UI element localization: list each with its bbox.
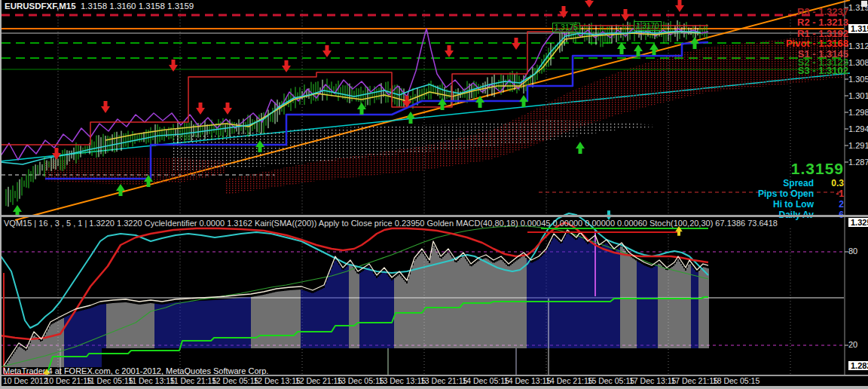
sell-arrow-icon bbox=[445, 45, 454, 57]
axis-price-label: 1.3015 bbox=[848, 91, 868, 100]
axis-price-label: 1.3085 bbox=[848, 58, 868, 67]
timestamp-label: 15 Dec 05:15 bbox=[588, 376, 634, 385]
current-price: 1.3159 bbox=[758, 160, 844, 178]
sell-arrow-icon bbox=[101, 101, 110, 113]
price-stat-row: Pips to Open-1 bbox=[758, 188, 844, 199]
axis-level-label: 80 bbox=[848, 247, 857, 256]
sell-arrow-icon bbox=[52, 148, 61, 160]
buy-arrow-icon bbox=[357, 103, 366, 115]
timestamp-label: 12 Dec 13:15 bbox=[253, 376, 300, 385]
timestamp-label: 13 Dec 05:15 bbox=[337, 376, 384, 385]
buy-arrow-icon bbox=[576, 142, 585, 154]
mt4-chart-window: EURUSDFXF,M15 1.3158 1.3160 1.3158 1.315… bbox=[0, 0, 868, 389]
sell-arrow-icon bbox=[282, 60, 291, 72]
timestamp-label: 13 Dec 13:15 bbox=[379, 376, 426, 385]
sell-arrow-icon bbox=[169, 60, 178, 72]
buy-arrow-icon bbox=[116, 184, 125, 196]
buy-arrow-icon bbox=[475, 96, 484, 108]
axis-level-label: 20 bbox=[848, 340, 857, 349]
bottom-separator bbox=[0, 375, 868, 376]
axis-price-label: 1.2875 bbox=[848, 158, 868, 167]
window-bottom-edge bbox=[0, 386, 868, 389]
axis-price-label: 1.2980 bbox=[848, 108, 868, 117]
time-axis[interactable]: 10 Dec 201210 Dec 21:1511 Dec 05:1511 De… bbox=[0, 376, 868, 386]
timestamp-label: 11 Dec 13:15 bbox=[128, 376, 175, 385]
chart-title: EURUSDFXF,M15 1.3158 1.3160 1.3158 1.315… bbox=[5, 2, 194, 11]
sell-arrow-icon bbox=[196, 103, 205, 115]
pivot-label: S3 - 1.3102 bbox=[798, 65, 848, 76]
sell-arrow-icon bbox=[512, 38, 521, 50]
indicator-subwindow-header: VQM15 | 16 , 3 , 5 , 1 | 1.3220 1.3220 C… bbox=[4, 219, 778, 228]
timestamp-label: 11 Dec 21:15 bbox=[170, 376, 217, 385]
pivot-label: R3 - 1.3237 bbox=[797, 6, 848, 17]
axis-price-label: 1.2945 bbox=[848, 124, 868, 133]
window-left-edge bbox=[0, 0, 2, 389]
timestamp-label: 18 Dec 05:15 bbox=[713, 376, 760, 385]
sell-arrow-icon bbox=[322, 45, 332, 57]
axis-range-box: 1.2822 bbox=[848, 361, 868, 370]
current-price-box: 1.3159 bbox=[848, 24, 868, 33]
timestamp-label: 13 Dec 21:15 bbox=[420, 376, 467, 385]
timestamp-label: 12 Dec 05:15 bbox=[212, 376, 258, 385]
chart-price-tag: 1.3170 bbox=[634, 21, 662, 31]
price-stat-label: Hi to Low bbox=[773, 199, 814, 210]
subwindow-splitter[interactable] bbox=[0, 215, 868, 217]
buy-arrow-icon bbox=[690, 37, 699, 49]
timestamp-label: 12 Dec 21:15 bbox=[295, 376, 342, 385]
timestamp-label: 14 Dec 05:15 bbox=[462, 376, 509, 385]
buy-arrow-icon bbox=[617, 42, 626, 54]
window-corner-box bbox=[861, 1, 867, 7]
timestamp-label: 11 Dec 05:15 bbox=[87, 376, 133, 385]
sell-arrow-icon bbox=[675, 0, 684, 12]
chart-svg[interactable] bbox=[0, 0, 868, 389]
timestamp-label: 17 Dec 13:15 bbox=[629, 376, 676, 385]
price-stat-value: 0.3 bbox=[821, 178, 844, 188]
price-stat-row: Spread0.3 bbox=[758, 178, 844, 188]
price-stat-rows: Spread0.3Pips to Open-1Hi to Low2Daily A… bbox=[758, 178, 844, 220]
axis-price-label: 1.2910 bbox=[848, 141, 868, 150]
chart-canvas[interactable] bbox=[0, 0, 868, 389]
symbol-name: EURUSDFXF,M15 bbox=[5, 2, 76, 11]
sell-arrow-icon bbox=[559, 6, 568, 18]
timestamp-label: 10 Dec 21:15 bbox=[44, 376, 91, 385]
price-info-panel: 1.3159 Spread0.3Pips to Open-1Hi to Low2… bbox=[758, 160, 844, 220]
buy-arrow-icon bbox=[406, 112, 415, 124]
axis-range-box: 1.3251 bbox=[848, 218, 868, 227]
axis-price-label: 1.3120 bbox=[848, 41, 868, 51]
timestamp-label: 17 Dec 21:15 bbox=[671, 376, 717, 385]
sell-arrow-icon bbox=[621, 9, 630, 21]
pivot-label: Pivot - 1.3168 bbox=[786, 38, 848, 49]
axis-price-label: 1.3050 bbox=[848, 75, 868, 84]
timestamp-label: 14 Dec 21:15 bbox=[546, 376, 592, 385]
chart-price-tag: 1.3175 bbox=[552, 23, 580, 32]
timestamp-label: 10 Dec 2012 bbox=[3, 376, 48, 385]
price-stat-value: 2 bbox=[821, 199, 844, 210]
timestamp-label: 14 Dec 13:15 bbox=[504, 376, 551, 385]
price-stat-label: Spread bbox=[783, 178, 814, 188]
ohlc-quote: 1.3158 1.3160 1.3158 1.3159 bbox=[81, 2, 194, 11]
price-stat-label: Pips to Open bbox=[758, 188, 814, 199]
pivot-label: R2 - 1.3213 bbox=[797, 17, 848, 28]
sell-arrow-icon bbox=[585, 0, 594, 8]
price-stat-row: Hi to Low2 bbox=[758, 199, 844, 210]
sell-arrow-icon bbox=[223, 103, 232, 115]
price-stat-value: -1 bbox=[821, 188, 844, 199]
